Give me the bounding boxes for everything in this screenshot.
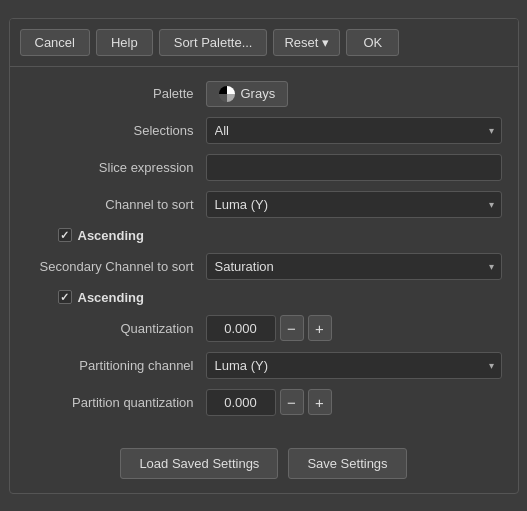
quantization-input[interactable] (206, 315, 276, 342)
channel-to-sort-label: Channel to sort (26, 197, 206, 212)
partition-quantization-increment-button[interactable]: + (308, 389, 332, 415)
partition-quantization-label: Partition quantization (26, 395, 206, 410)
reset-label: Reset (284, 35, 318, 50)
save-settings-button[interactable]: Save Settings (288, 448, 406, 479)
channel-to-sort-select[interactable]: Luma (Y) Saturation Hue Red Green Blue (206, 191, 502, 218)
partitioning-channel-select[interactable]: Luma (Y) Saturation Hue Red Green Blue (206, 352, 502, 379)
ascending2-text: Ascending (78, 290, 144, 305)
secondary-channel-select[interactable]: Saturation Luma (Y) Hue Red Green Blue (206, 253, 502, 280)
partitioning-channel-wrapper: Luma (Y) Saturation Hue Red Green Blue ▾ (206, 352, 502, 379)
cancel-button[interactable]: Cancel (20, 29, 90, 56)
secondary-channel-label: Secondary Channel to sort (26, 259, 206, 274)
quantization-label: Quantization (26, 321, 206, 336)
reset-arrow-icon: ▾ (322, 35, 329, 50)
ascending1-label[interactable]: Ascending (58, 228, 144, 243)
selections-row: Selections All Selection None ▾ (26, 117, 502, 144)
sort-palette-button[interactable]: Sort Palette... (159, 29, 268, 56)
quantization-input-group: − + (206, 315, 332, 342)
partitioning-channel-row: Partitioning channel Luma (Y) Saturation… (26, 352, 502, 379)
bottom-bar: Load Saved Settings Save Settings (10, 440, 518, 493)
ascending2-row: Ascending (26, 290, 502, 305)
partition-quantization-decrement-button[interactable]: − (280, 389, 304, 415)
ok-button[interactable]: OK (346, 29, 399, 56)
palette-button[interactable]: Grays (206, 81, 289, 107)
slice-expression-label: Slice expression (26, 160, 206, 175)
ascending2-checkbox[interactable] (58, 290, 72, 304)
slice-expression-input[interactable] (206, 154, 502, 181)
load-saved-settings-button[interactable]: Load Saved Settings (120, 448, 278, 479)
quantization-increment-button[interactable]: + (308, 315, 332, 341)
quantization-decrement-button[interactable]: − (280, 315, 304, 341)
secondary-channel-row: Secondary Channel to sort Saturation Lum… (26, 253, 502, 280)
slice-expression-row: Slice expression (26, 154, 502, 181)
ascending1-text: Ascending (78, 228, 144, 243)
reset-button[interactable]: Reset ▾ (273, 29, 340, 56)
form-content: Palette Grays Selections All Selection N… (10, 67, 518, 440)
ascending1-checkbox[interactable] (58, 228, 72, 242)
palette-row: Palette Grays (26, 81, 502, 107)
ascending2-label[interactable]: Ascending (58, 290, 144, 305)
selections-label: Selections (26, 123, 206, 138)
channel-to-sort-wrapper: Luma (Y) Saturation Hue Red Green Blue ▾ (206, 191, 502, 218)
ascending1-row: Ascending (26, 228, 502, 243)
channel-to-sort-row: Channel to sort Luma (Y) Saturation Hue … (26, 191, 502, 218)
partition-quantization-input-group: − + (206, 389, 332, 416)
help-button[interactable]: Help (96, 29, 153, 56)
secondary-channel-wrapper: Saturation Luma (Y) Hue Red Green Blue ▾ (206, 253, 502, 280)
palette-label: Palette (26, 86, 206, 101)
toolbar: Cancel Help Sort Palette... Reset ▾ OK (10, 19, 518, 67)
partition-quantization-input[interactable] (206, 389, 276, 416)
palette-value: Grays (241, 86, 276, 101)
selections-select-wrapper: All Selection None ▾ (206, 117, 502, 144)
partition-quantization-row: Partition quantization − + (26, 389, 502, 416)
selections-select[interactable]: All Selection None (206, 117, 502, 144)
dialog: Cancel Help Sort Palette... Reset ▾ OK P… (9, 18, 519, 494)
palette-icon (219, 86, 235, 102)
partitioning-channel-label: Partitioning channel (26, 358, 206, 373)
quantization-row: Quantization − + (26, 315, 502, 342)
